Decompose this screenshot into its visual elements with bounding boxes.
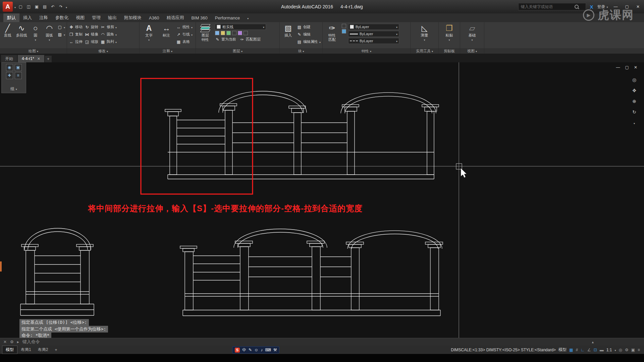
tab-insert[interactable]: 插入: [19, 13, 36, 22]
orbit-icon[interactable]: ↻: [632, 109, 636, 115]
undo-icon[interactable]: ↶: [50, 4, 56, 10]
tab-bim360[interactable]: BIM 360: [187, 13, 211, 22]
search-input[interactable]: [520, 4, 575, 9]
file-tab-close-icon[interactable]: ✕: [37, 57, 40, 61]
tab-addins[interactable]: 附加模块: [120, 13, 145, 22]
panel-label-draw[interactable]: 绘图: [0, 48, 67, 54]
drawing-canvas[interactable]: 将中间部分进行拉伸，输入【S】-选中要拉伸的部分-空格-拉到合适的宽度 指定基点…: [0, 62, 644, 338]
trim-button[interactable]: ✂修剪: [100, 24, 117, 30]
app-menu-caret-icon[interactable]: [14, 4, 16, 10]
panel-label-modify[interactable]: 修改: [67, 48, 139, 54]
command-chevron-icon[interactable]: ▸: [17, 340, 19, 344]
zoom-icon[interactable]: ⊕: [632, 99, 636, 104]
layout2-tab[interactable]: 布局2: [35, 346, 52, 354]
fillet-button[interactable]: ◠圆角: [100, 31, 117, 38]
group-select-icon[interactable]: ≡: [15, 72, 22, 79]
steering-wheel-icon[interactable]: ◎: [632, 77, 636, 82]
insert-block-button[interactable]: ▧ 插入: [281, 23, 295, 38]
rotate-button[interactable]: ↻旋转: [85, 24, 98, 30]
navbar-more-icon[interactable]: [634, 120, 635, 125]
ungroup-icon[interactable]: ▣: [15, 64, 22, 71]
tab-annotate[interactable]: 注释: [36, 13, 52, 22]
search-icon[interactable]: [575, 5, 579, 9]
panel-label-annotate[interactable]: 注释: [140, 48, 196, 54]
tab-featured-apps[interactable]: 精选应用: [163, 13, 187, 22]
move-button[interactable]: ✥移动: [69, 24, 83, 30]
tab-output[interactable]: 输出: [104, 13, 120, 22]
array-button[interactable]: ▦阵列: [100, 39, 117, 45]
tab-home[interactable]: 默认: [3, 13, 19, 22]
arc-button[interactable]: ◠ 圆弧: [44, 23, 56, 42]
mirror-button[interactable]: ⋈镜像: [85, 31, 98, 38]
model-tab[interactable]: 模型: [2, 346, 17, 354]
layout1-tab[interactable]: 布局1: [17, 346, 35, 354]
layer-dropdown[interactable]: 粗实线: [215, 24, 266, 30]
measure-button[interactable]: ◺ 测量: [417, 23, 432, 42]
object-color-dropdown[interactable]: ByLayer: [348, 24, 399, 30]
qat-menu-caret-icon[interactable]: [66, 4, 67, 10]
dimension-button[interactable]: ↔ 标注: [159, 23, 174, 38]
properties-tool-icon[interactable]: [342, 24, 346, 28]
open-file-icon[interactable]: ◫: [25, 4, 32, 10]
tab-view[interactable]: 视图: [72, 13, 88, 22]
layer-tool-icon[interactable]: [226, 31, 231, 35]
plot-icon[interactable]: ▤: [42, 4, 48, 10]
group-edit-icon[interactable]: ✚: [6, 72, 13, 79]
minimize-button[interactable]: —: [612, 4, 620, 9]
clean-screen-icon[interactable]: ▣: [631, 348, 635, 352]
command-customize-icon[interactable]: ⚙: [10, 340, 14, 344]
base-view-button[interactable]: ▱ 基础: [465, 23, 480, 42]
rectangle-button[interactable]: ▢: [57, 24, 65, 30]
layer-tool-icon[interactable]: [215, 31, 219, 35]
new-drawing-tab-button[interactable]: +: [45, 56, 52, 62]
redo-icon[interactable]: ↷: [58, 4, 64, 10]
layer-tool-icon[interactable]: [221, 31, 225, 35]
help-search-box[interactable]: [518, 3, 586, 10]
pan-icon[interactable]: ✥: [632, 88, 636, 93]
file-tab-start[interactable]: 开始: [1, 55, 17, 62]
ime-pen-icon[interactable]: ✎: [249, 348, 252, 352]
layer-tool-icon[interactable]: [244, 31, 248, 35]
edit-block-button[interactable]: ✎编辑: [297, 31, 321, 38]
text-button[interactable]: A 文字: [141, 23, 157, 42]
doc-restore-icon[interactable]: ▢: [625, 65, 629, 70]
panel-label-utilities[interactable]: 实用工具: [411, 48, 438, 54]
close-button[interactable]: ✕: [635, 4, 641, 9]
panel-label-block[interactable]: 块: [280, 48, 322, 54]
ime-toolbox-icon[interactable]: ⚒: [273, 348, 277, 352]
layer-tool-icon[interactable]: [238, 31, 242, 35]
command-prompt[interactable]: 键入命令: [22, 339, 40, 345]
new-layout-button[interactable]: +: [51, 347, 60, 353]
tab-parametric[interactable]: 参数化: [52, 13, 72, 22]
doc-close-icon[interactable]: ✕: [634, 65, 637, 70]
command-close-icon[interactable]: ✕: [3, 340, 7, 344]
maximize-button[interactable]: ▢: [624, 4, 631, 9]
make-current-button[interactable]: ✎置为当前: [215, 36, 236, 43]
match-layer-button[interactable]: ✑匹配图层: [239, 36, 261, 43]
paste-button[interactable]: ❐ 粘贴: [442, 23, 457, 42]
stretch-button[interactable]: ↔拉伸: [69, 39, 83, 45]
edit-attributes-button[interactable]: ▤编辑属性: [297, 39, 321, 45]
properties-tool-icon[interactable]: [342, 29, 346, 34]
lineweight-toggle-icon[interactable]: ▬: [600, 348, 604, 352]
panel-label-clipboard[interactable]: 剪贴板: [439, 48, 460, 54]
polyline-button[interactable]: ∿ 多段线: [16, 23, 28, 38]
group-create-icon[interactable]: ◉: [6, 64, 13, 71]
scale-button[interactable]: ◲缩放: [85, 39, 98, 45]
isolate-objects-icon[interactable]: ◎: [619, 348, 622, 352]
save-icon[interactable]: ▣: [34, 4, 40, 10]
ribbon-display-toggle-icon[interactable]: [244, 13, 252, 22]
polar-toggle-icon[interactable]: ∠: [587, 348, 591, 352]
annotation-scale[interactable]: 1:1: [606, 348, 612, 352]
layer-properties-button[interactable]: 图层 特性: [198, 23, 213, 42]
linear-dim-button[interactable]: ↔线性: [176, 24, 193, 30]
ime-keyboard-icon[interactable]: ⌨: [265, 348, 271, 352]
ortho-toggle-icon[interactable]: ∟: [581, 348, 585, 352]
ime-emoji-icon[interactable]: ☺: [254, 348, 258, 352]
copy-button[interactable]: ❐复制: [69, 31, 83, 38]
leader-button[interactable]: ↗引线: [176, 31, 193, 38]
snap-toggle-icon[interactable]: #: [576, 348, 578, 352]
customization-icon[interactable]: ≡: [638, 348, 640, 352]
match-properties-button[interactable]: ✑ 特性 匹配: [324, 23, 340, 42]
line-button[interactable]: ╱ 直线: [2, 23, 14, 38]
